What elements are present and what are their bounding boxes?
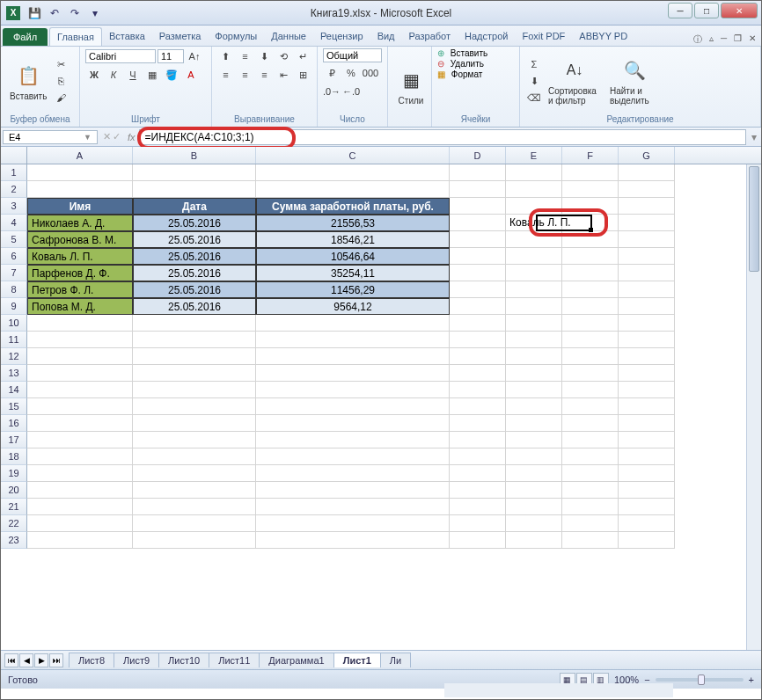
sheet-tab[interactable]: Диаграмма1 xyxy=(259,653,333,667)
cell[interactable] xyxy=(450,382,506,398)
cell[interactable] xyxy=(450,398,506,415)
cell[interactable] xyxy=(562,515,619,532)
sheet-tab[interactable]: Лист11 xyxy=(209,653,260,667)
cell[interactable] xyxy=(619,181,675,198)
cell[interactable] xyxy=(256,348,450,365)
cell[interactable] xyxy=(562,415,619,432)
doc-minimize-icon[interactable]: ─ xyxy=(721,33,727,46)
close-button[interactable]: ✕ xyxy=(721,3,758,18)
cell[interactable] xyxy=(619,315,675,332)
cell[interactable] xyxy=(619,432,675,448)
column-header-B[interactable]: B xyxy=(133,147,256,164)
next-sheet-button[interactable]: ▶ xyxy=(34,653,48,667)
cell[interactable] xyxy=(619,298,675,315)
table-header[interactable]: Имя xyxy=(27,198,133,215)
cell[interactable] xyxy=(133,532,256,549)
scrollbar-thumb[interactable] xyxy=(749,166,759,272)
delete-cells-button[interactable]: ⊖ Удалить xyxy=(437,59,514,69)
find-select-button[interactable]: 🔍 Найти и выделить xyxy=(606,55,663,107)
cell[interactable] xyxy=(256,398,450,415)
font-size-select[interactable]: 11 xyxy=(158,49,184,63)
row-header[interactable]: 13 xyxy=(1,365,27,382)
cell[interactable] xyxy=(450,465,506,482)
cell[interactable] xyxy=(562,465,619,482)
row-header[interactable]: 1 xyxy=(1,164,27,181)
result-cell[interactable]: Коваль Л. П. xyxy=(506,215,562,231)
cell[interactable] xyxy=(450,515,506,532)
cell[interactable] xyxy=(133,415,256,432)
row-header[interactable]: 16 xyxy=(1,415,27,432)
align-top-button[interactable]: ⬆ xyxy=(217,48,235,64)
cell[interactable] xyxy=(562,181,619,198)
cell[interactable] xyxy=(450,315,506,332)
increase-decimal-button[interactable]: .0→ xyxy=(323,84,341,99)
row-header[interactable]: 10 xyxy=(1,315,27,332)
cell[interactable] xyxy=(506,382,562,398)
fx-icon[interactable]: fx xyxy=(128,132,136,142)
row-header[interactable]: 18 xyxy=(1,448,27,465)
table-cell[interactable]: 11456,29 xyxy=(256,281,450,298)
minimize-button[interactable]: ─ xyxy=(668,3,692,18)
cell[interactable] xyxy=(562,398,619,415)
cell[interactable] xyxy=(619,515,675,532)
cell[interactable] xyxy=(133,515,256,532)
cell[interactable] xyxy=(27,398,133,415)
sheet-tab[interactable]: Лист1 xyxy=(333,653,381,667)
number-format-select[interactable]: Общий xyxy=(323,48,382,62)
cell[interactable] xyxy=(133,465,256,482)
last-sheet-button[interactable]: ⏭ xyxy=(49,653,63,667)
cell[interactable] xyxy=(506,415,562,432)
wrap-text-button[interactable]: ↵ xyxy=(295,48,312,64)
cell[interactable] xyxy=(450,298,506,315)
cell[interactable] xyxy=(133,164,256,181)
table-cell[interactable]: 25.05.2016 xyxy=(133,298,256,315)
ribbon-tab-вид[interactable]: Вид xyxy=(370,27,402,46)
cell[interactable] xyxy=(133,332,256,348)
cell[interactable] xyxy=(256,448,450,465)
cell[interactable] xyxy=(619,398,675,415)
cell[interactable] xyxy=(506,198,562,215)
doc-close-icon[interactable]: ✕ xyxy=(749,33,756,46)
ribbon-tab-рецензир[interactable]: Рецензир xyxy=(313,27,370,46)
currency-button[interactable]: ₽ xyxy=(323,65,341,81)
cell[interactable] xyxy=(256,365,450,382)
cell[interactable] xyxy=(450,231,506,248)
row-header[interactable]: 17 xyxy=(1,432,27,448)
row-header[interactable]: 7 xyxy=(1,265,27,281)
cell[interactable] xyxy=(450,365,506,382)
table-cell[interactable]: 25.05.2016 xyxy=(133,248,256,265)
align-right-button[interactable]: ≡ xyxy=(256,67,274,83)
sheet-tab[interactable]: Ли xyxy=(380,653,411,667)
cell[interactable] xyxy=(133,315,256,332)
redo-button[interactable]: ↷ xyxy=(66,4,84,22)
cell[interactable] xyxy=(506,164,562,181)
zoom-slider-thumb[interactable] xyxy=(698,674,705,685)
ribbon-tab-надстрой[interactable]: Надстрой xyxy=(458,27,515,46)
cell[interactable] xyxy=(506,432,562,448)
cell[interactable] xyxy=(27,448,133,465)
cell[interactable] xyxy=(133,482,256,499)
increase-font-button[interactable]: A↑ xyxy=(186,48,203,64)
cell[interactable] xyxy=(562,164,619,181)
sheet-tab[interactable]: Лист10 xyxy=(158,653,209,667)
cell[interactable] xyxy=(450,432,506,448)
row-header[interactable]: 8 xyxy=(1,281,27,298)
cell[interactable] xyxy=(133,181,256,198)
cell[interactable] xyxy=(450,265,506,281)
cell[interactable] xyxy=(506,348,562,365)
cell[interactable] xyxy=(619,448,675,465)
table-cell[interactable]: 9564,12 xyxy=(256,298,450,315)
table-cell[interactable]: Николаев А. Д. xyxy=(27,215,133,231)
table-cell[interactable]: Попова М. Д. xyxy=(27,298,133,315)
cell[interactable] xyxy=(619,499,675,515)
cell[interactable] xyxy=(256,164,450,181)
ribbon-tab-foxit pdf[interactable]: Foxit PDF xyxy=(515,27,572,46)
cell[interactable] xyxy=(450,164,506,181)
align-bottom-button[interactable]: ⬇ xyxy=(256,48,274,64)
cell[interactable] xyxy=(27,532,133,549)
cell[interactable] xyxy=(27,515,133,532)
row-header[interactable]: 14 xyxy=(1,382,27,398)
qat-dropdown[interactable]: ▾ xyxy=(86,4,104,22)
copy-button[interactable]: ⎘ xyxy=(52,73,70,89)
cell[interactable] xyxy=(27,164,133,181)
